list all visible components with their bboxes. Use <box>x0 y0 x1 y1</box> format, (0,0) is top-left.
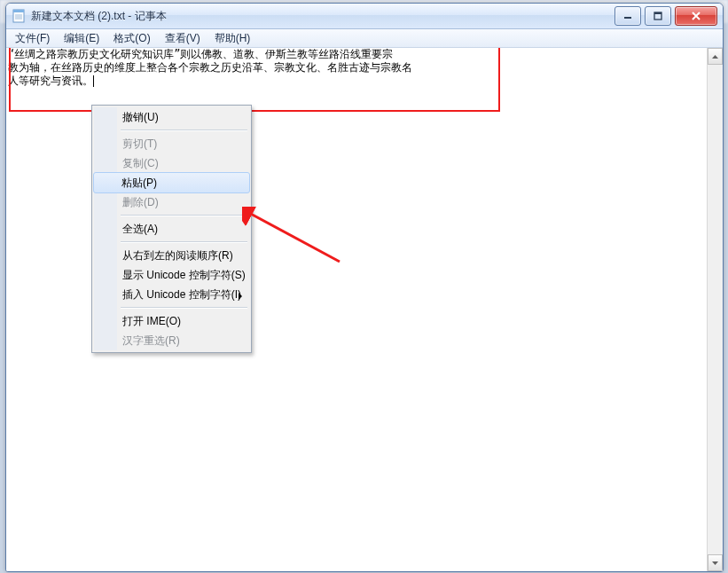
ctx-cut: 剪切(T) <box>94 134 249 153</box>
svg-marker-10 <box>239 293 242 300</box>
svg-marker-8 <box>712 55 718 59</box>
ctx-copy: 复制(C) <box>94 153 249 173</box>
menu-view[interactable]: 查看(V) <box>158 29 207 47</box>
ctx-undo[interactable]: 撤销(U) <box>94 107 249 127</box>
notepad-icon <box>12 9 26 23</box>
close-button[interactable] <box>675 6 717 26</box>
menu-help[interactable]: 帮助(H) <box>207 29 258 47</box>
window-title: 新建文本文档 (2).txt - 记事本 <box>31 9 167 24</box>
svg-rect-1 <box>13 10 24 12</box>
ctx-rtl-reading[interactable]: 从右到左的阅读顺序(R) <box>94 246 249 265</box>
ctx-delete: 删除(D) <box>94 192 249 212</box>
vertical-scrollbar[interactable] <box>707 48 723 571</box>
minimize-button[interactable] <box>614 6 641 26</box>
ctx-show-unicode[interactable]: 显示 Unicode 控制字符(S) <box>94 265 249 285</box>
titlebar[interactable]: 新建文本文档 (2).txt - 记事本 <box>6 4 723 29</box>
document-text: “丝绸之路宗教历史文化研究知识库”则以佛教、道教、伊斯兰教等丝路沿线重要宗 教为… <box>8 48 707 88</box>
chevron-up-icon <box>712 55 718 59</box>
menu-format[interactable]: 格式(O) <box>106 29 157 47</box>
ctx-open-ime[interactable]: 打开 IME(O) <box>94 311 249 331</box>
menu-edit[interactable]: 编辑(E) <box>57 29 106 47</box>
scroll-up-button[interactable] <box>708 48 723 65</box>
context-menu: 撤销(U) 剪切(T) 复制(C) 粘贴(P) 删除(D) 全选(A) 从右到左… <box>91 105 252 353</box>
ctx-separator <box>121 241 247 243</box>
ctx-paste[interactable]: 粘贴(P) <box>93 172 250 193</box>
ctx-separator <box>121 307 247 309</box>
menu-file[interactable]: 文件(F) <box>8 29 57 47</box>
svg-rect-7 <box>654 12 661 14</box>
svg-rect-5 <box>624 17 631 19</box>
submenu-arrow-icon <box>239 290 242 302</box>
scroll-track[interactable] <box>708 65 723 554</box>
ctx-insert-unicode[interactable]: 插入 Unicode 控制字符(I) <box>94 285 249 304</box>
scroll-down-button[interactable] <box>708 554 723 571</box>
chevron-down-icon <box>712 561 718 565</box>
ctx-select-all[interactable]: 全选(A) <box>94 219 249 239</box>
maximize-button[interactable] <box>645 6 671 26</box>
ctx-separator <box>121 130 247 131</box>
svg-marker-9 <box>712 561 718 565</box>
text-caret <box>93 75 94 87</box>
ctx-separator <box>121 215 247 216</box>
menubar: 文件(F) 编辑(E) 格式(O) 查看(V) 帮助(H) <box>6 29 723 48</box>
ctx-reconvert: 汉字重选(R) <box>94 331 249 350</box>
